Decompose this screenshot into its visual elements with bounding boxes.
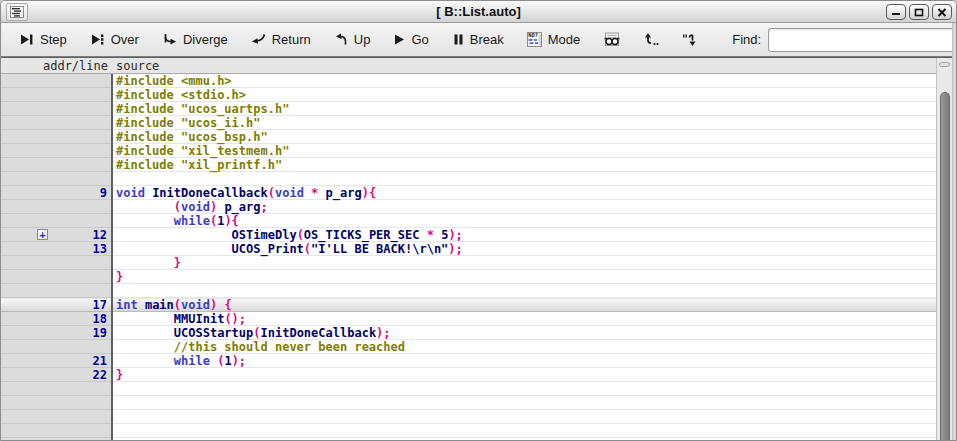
close-button[interactable]: [932, 4, 952, 20]
source-row[interactable]: #include "ucos_ii.h": [113, 116, 936, 130]
scrollbar-grip[interactable]: [939, 62, 950, 67]
code-segment: OS_TICKS_PER_SEC: [304, 228, 427, 242]
gutter-row[interactable]: 17: [1, 298, 111, 312]
code-segment: p_arg: [217, 200, 260, 214]
source-row[interactable]: while (1);: [113, 354, 936, 368]
code-segment: #include <stdio.h>: [116, 88, 246, 102]
source-row[interactable]: MMUInit();: [113, 312, 936, 326]
source-row[interactable]: #include "ucos_bsp.h": [113, 130, 936, 144]
code-segment: [116, 200, 174, 214]
source-row[interactable]: OSTimeDly(OS_TICKS_PER_SEC * 5);: [113, 228, 936, 242]
line-number: 13: [93, 242, 107, 256]
diverge-button[interactable]: Diverge: [160, 30, 230, 49]
gutter-row[interactable]: [1, 382, 111, 396]
line-number: 21: [93, 354, 107, 368]
code-segment: void: [181, 298, 210, 312]
source-row[interactable]: #include "xil_printf.h": [113, 158, 936, 172]
code-segment: UCOS_Print: [116, 242, 304, 256]
step-button[interactable]: Step: [17, 30, 69, 49]
line-number: 17: [93, 298, 107, 312]
gutter-row[interactable]: [1, 200, 111, 214]
code-segment: ){: [224, 214, 238, 228]
find-group: Find:: [732, 28, 956, 52]
gutter-row[interactable]: [1, 256, 111, 270]
source-row[interactable]: //this should never been reached: [113, 340, 936, 354]
gutter-row[interactable]: [1, 144, 111, 158]
gutter-row[interactable]: [1, 396, 111, 410]
gutter-row[interactable]: [1, 102, 111, 116]
code-segment: int: [116, 298, 138, 312]
svg-text:NO?: NO?: [528, 32, 538, 38]
gutter-row[interactable]: 18: [1, 312, 111, 326]
gutter-row[interactable]: [1, 270, 111, 284]
source-row[interactable]: void InitDoneCallback(void * p_arg){: [113, 186, 936, 200]
break-button[interactable]: Break: [450, 30, 506, 49]
gutter-row[interactable]: [1, 116, 111, 130]
gutter-row[interactable]: [1, 130, 111, 144]
source-row[interactable]: #include <mmu.h>: [113, 74, 936, 88]
code-segment: InitDoneCallback: [145, 186, 268, 200]
return-button-label: Return: [272, 32, 311, 47]
source-row[interactable]: }: [113, 368, 936, 382]
mode-button[interactable]: NO? Mode: [525, 30, 583, 49]
code-segment: );: [448, 242, 462, 256]
gutter-row[interactable]: [1, 158, 111, 172]
source-row[interactable]: int main(void) {: [113, 298, 936, 312]
source-row[interactable]: [113, 424, 936, 438]
over-button[interactable]: Over: [88, 30, 141, 49]
source-row[interactable]: #include <stdio.h>: [113, 88, 936, 102]
find-label: Find:: [732, 32, 761, 47]
minimize-button[interactable]: [886, 4, 906, 20]
source-row[interactable]: [113, 172, 936, 186]
source-row[interactable]: [113, 396, 936, 410]
code-segment: 5: [434, 228, 448, 242]
code-segment: MMUInit: [116, 312, 224, 326]
gutter-row[interactable]: [1, 214, 111, 228]
gutter-row[interactable]: [1, 88, 111, 102]
view-button[interactable]: [601, 30, 623, 49]
source-row[interactable]: [113, 382, 936, 396]
source-row[interactable]: }: [113, 270, 936, 284]
gutter-row[interactable]: [1, 424, 111, 438]
gutter-row[interactable]: 19: [1, 326, 111, 340]
go-button[interactable]: Go: [391, 30, 430, 49]
up-button[interactable]: Up: [332, 30, 373, 49]
gutter-row[interactable]: +12: [1, 228, 111, 242]
find-input[interactable]: [768, 28, 956, 52]
addr-line-header: addr/line: [1, 59, 108, 73]
code-segment: #include "ucos_ii.h": [116, 116, 261, 130]
source-row[interactable]: UCOS_Print("I'LL BE BACK!\r\n");: [113, 242, 936, 256]
expand-toggle[interactable]: +: [37, 229, 48, 240]
scrollbar-thumb[interactable]: [940, 92, 950, 441]
gutter-row[interactable]: [1, 74, 111, 88]
gutter-row[interactable]: 13: [1, 242, 111, 256]
gutter-row[interactable]: [1, 172, 111, 186]
up-button-label: Up: [354, 32, 371, 47]
source-row[interactable]: }: [113, 256, 936, 270]
code-segment: }: [116, 368, 123, 382]
gutter-row[interactable]: [1, 410, 111, 424]
gutter-row[interactable]: [1, 284, 111, 298]
vertical-scrollbar[interactable]: [936, 58, 952, 441]
diverge-icon: [162, 33, 177, 46]
source-row[interactable]: UCOSStartup(InitDoneCallback);: [113, 326, 936, 340]
next-button[interactable]: [680, 31, 699, 48]
source-row[interactable]: #include "ucos_uartps.h": [113, 102, 936, 116]
source-row[interactable]: while(1){: [113, 214, 936, 228]
code-segment: ){: [362, 186, 376, 200]
return-button[interactable]: Return: [249, 30, 313, 49]
source-row[interactable]: [113, 284, 936, 298]
source-row[interactable]: [113, 410, 936, 424]
gutter-row[interactable]: 22: [1, 368, 111, 382]
code-segment: ;: [261, 200, 268, 214]
gutter-row[interactable]: [1, 340, 111, 354]
source-row[interactable]: #include "xil_testmem.h": [113, 144, 936, 158]
title-bar[interactable]: [ B::List.auto]: [1, 1, 956, 23]
prev-button[interactable]: [642, 31, 661, 48]
gutter-row[interactable]: 21: [1, 354, 111, 368]
up-icon: [334, 33, 348, 46]
gutter-row[interactable]: 9: [1, 186, 111, 200]
source-row[interactable]: (void) p_arg;: [113, 200, 936, 214]
code-segment: while: [174, 214, 210, 228]
maximize-button[interactable]: [909, 4, 929, 20]
